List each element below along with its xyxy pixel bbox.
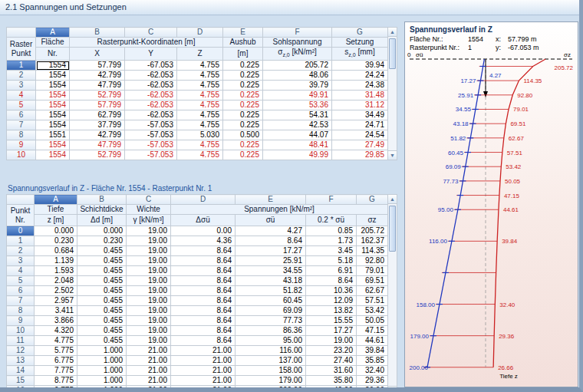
data-cell[interactable]: 8.64	[171, 336, 236, 346]
data-cell[interactable]: 200.00	[236, 386, 306, 392]
row-header-cell[interactable]: 2	[7, 246, 35, 256]
data-cell[interactable]: 3.866	[35, 316, 77, 326]
data-cell[interactable]: -67.053	[125, 61, 177, 71]
data-cell[interactable]: 42.799	[70, 71, 125, 81]
row-header-cell[interactable]: 12	[7, 346, 35, 356]
data-cell[interactable]: 19.00	[127, 276, 171, 286]
data-cell[interactable]: 0.225	[223, 61, 263, 71]
data-cell[interactable]: 40.00	[306, 386, 357, 392]
row-header-cell[interactable]: 9	[7, 316, 35, 326]
data-cell[interactable]: 0.225	[223, 91, 263, 100]
data-cell[interactable]: 19.00	[127, 296, 171, 306]
data-cell[interactable]: 31.60	[306, 366, 357, 376]
data-cell[interactable]: 62.67	[357, 286, 388, 296]
data-cell[interactable]: 21.00	[127, 376, 171, 386]
data-cell[interactable]: 8.64	[306, 276, 357, 286]
data-cell[interactable]: 0.225	[223, 150, 263, 160]
data-cell[interactable]: 34.49	[332, 110, 388, 120]
data-cell[interactable]: 19.00	[127, 236, 171, 246]
data-cell[interactable]: 79.01	[357, 266, 388, 276]
data-cell[interactable]: 0.225	[223, 110, 263, 120]
data-cell[interactable]: 19.00	[127, 336, 171, 346]
row-header-cell[interactable]: 5	[7, 276, 35, 286]
data-cell[interactable]: 4.27	[236, 226, 306, 236]
data-cell[interactable]: 95.00	[236, 336, 306, 346]
data-cell[interactable]: 21.00	[171, 366, 236, 376]
data-cell[interactable]: 69.09	[236, 306, 306, 316]
data-cell[interactable]: 3.411	[35, 306, 77, 316]
data-cell[interactable]: 4.36	[171, 236, 236, 246]
data-cell[interactable]: 4.320	[35, 326, 77, 336]
column-letter-a[interactable]: A	[35, 195, 77, 205]
data-cell[interactable]: 0.684	[35, 246, 77, 256]
data-cell[interactable]: 0.455	[77, 256, 127, 266]
data-cell[interactable]: 19.00	[127, 226, 171, 236]
data-cell[interactable]: 179.00	[236, 376, 306, 386]
row-header-cell[interactable]: 6	[7, 286, 35, 296]
row-header-cell[interactable]: 3	[7, 256, 35, 266]
data-cell[interactable]: 48.06	[263, 71, 332, 81]
data-cell[interactable]: -57.053	[125, 150, 177, 160]
column-letter-c[interactable]: C	[125, 28, 177, 38]
data-cell[interactable]: 17.27	[306, 326, 357, 336]
data-cell[interactable]: 1.000	[77, 376, 127, 386]
column-letter-g[interactable]: G	[332, 28, 388, 38]
row-header-cell[interactable]: 4	[7, 266, 35, 276]
data-cell[interactable]: 19.00	[127, 286, 171, 296]
data-cell[interactable]: 24.71	[332, 120, 388, 130]
data-cell[interactable]: 53.36	[263, 100, 332, 110]
data-cell[interactable]: 42.53	[263, 120, 332, 130]
data-cell[interactable]: 0.85	[306, 226, 357, 236]
data-cell[interactable]: 27.40	[306, 356, 357, 366]
data-cell[interactable]: 1554	[36, 91, 70, 100]
data-cell[interactable]: 1554	[36, 61, 70, 71]
data-cell[interactable]: 8.64	[171, 306, 236, 316]
data-cell[interactable]: 25.91	[236, 256, 306, 266]
data-cell[interactable]: 1551	[36, 130, 70, 140]
data-cell[interactable]: 69.51	[357, 276, 388, 286]
data-cell[interactable]: 4.755	[177, 100, 223, 110]
data-cell[interactable]: 57.799	[70, 100, 125, 110]
data-cell[interactable]: 137.00	[236, 356, 306, 366]
data-cell[interactable]: 44.07	[263, 130, 332, 140]
data-cell[interactable]: 0.455	[77, 286, 127, 296]
data-cell[interactable]: 48.41	[263, 140, 332, 150]
data-cell[interactable]: 31.12	[332, 100, 388, 110]
data-cell[interactable]: 7.775	[35, 366, 77, 376]
data-cell[interactable]: -62.053	[125, 71, 177, 81]
data-cell[interactable]: 5.775	[35, 346, 77, 356]
row-header-cell[interactable]: 1	[7, 61, 36, 71]
column-letter-g[interactable]: G	[357, 195, 388, 205]
data-cell[interactable]: 0.225	[223, 71, 263, 81]
row-header-cell[interactable]: 13	[7, 356, 35, 366]
data-cell[interactable]: 4.755	[177, 120, 223, 130]
data-cell[interactable]: 2.048	[35, 276, 77, 286]
data-cell[interactable]: 4.755	[177, 81, 223, 91]
column-letter-d[interactable]: D	[177, 28, 223, 38]
data-cell[interactable]: 1554	[36, 150, 70, 160]
data-cell[interactable]: 0.500	[223, 130, 263, 140]
data-cell[interactable]: 8.64	[171, 296, 236, 306]
row-header-cell[interactable]: 3	[7, 81, 36, 91]
data-cell[interactable]: 4.755	[177, 150, 223, 160]
scroll-up-icon[interactable]: ▲	[388, 195, 397, 204]
data-cell[interactable]: 49.99	[263, 150, 332, 160]
data-cell[interactable]: 114.35	[357, 246, 388, 256]
data-cell[interactable]: 19.00	[306, 336, 357, 346]
data-cell[interactable]: 19.00	[127, 316, 171, 326]
row-header-cell[interactable]: 8	[7, 130, 36, 140]
column-letter-b[interactable]: B	[77, 195, 127, 205]
data-cell[interactable]: 19.00	[127, 306, 171, 316]
data-cell[interactable]: 1.139	[35, 256, 77, 266]
column-letter-d[interactable]: D	[171, 195, 236, 205]
data-cell[interactable]: 29.36	[357, 376, 388, 386]
data-cell[interactable]: 86.36	[236, 326, 306, 336]
data-cell[interactable]: 52.799	[70, 91, 125, 100]
data-cell[interactable]: -62.053	[125, 110, 177, 120]
data-cell[interactable]: 1554	[36, 110, 70, 120]
data-cell[interactable]: 39.84	[357, 346, 388, 356]
data-cell[interactable]: -57.053	[125, 130, 177, 140]
data-cell[interactable]: 1554	[36, 140, 70, 150]
data-cell[interactable]: 1.000	[77, 386, 127, 392]
data-cell[interactable]: 52.799	[70, 150, 125, 160]
